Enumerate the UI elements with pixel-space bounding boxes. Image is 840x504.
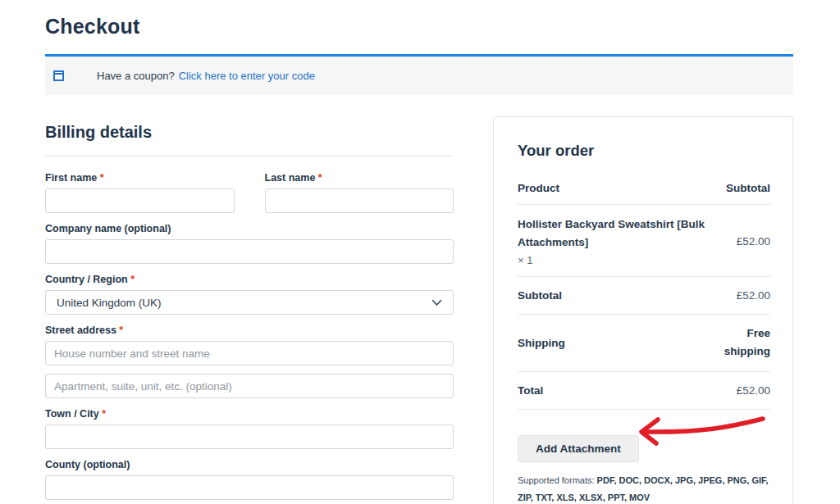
company-input[interactable]: [45, 239, 454, 264]
add-attachment-button[interactable]: Add Attachment: [518, 435, 639, 462]
county-field: County (optional): [45, 459, 454, 500]
city-label: Town / City *: [45, 408, 454, 420]
supported-formats-text: Supported formats: PDF, DOC, DOCX, JPG, …: [518, 472, 774, 504]
subtotal-label: Subtotal: [518, 289, 562, 302]
required-asterisk: *: [102, 408, 106, 420]
billing-details-section: Billing details First name * Last name *…: [45, 123, 454, 500]
required-asterisk: *: [119, 325, 123, 336]
total-label: Total: [518, 384, 543, 397]
order-item-price: £52.00: [737, 235, 770, 247]
first-name-input[interactable]: [45, 188, 235, 213]
required-asterisk: *: [100, 172, 104, 184]
page-title: Checkout: [45, 15, 140, 39]
street-address-label: Street address *: [45, 325, 454, 336]
subtotal-value: £52.00: [737, 289, 770, 302]
coupon-toggle-link[interactable]: Click here to enter your code: [179, 70, 315, 82]
total-value: £52.00: [737, 384, 770, 397]
checkout-page: Checkout Have a coupon? Click here to en…: [0, 0, 840, 504]
order-item-info: Hollister Backyard Sweatshirt [Bulk Atta…: [518, 216, 710, 266]
city-input[interactable]: [45, 425, 454, 449]
country-select[interactable]: United Kingdom (UK): [45, 290, 454, 315]
order-item-quantity: × 1: [518, 254, 710, 266]
subtotal-column-header: Subtotal: [726, 182, 770, 194]
country-label: Country / Region *: [45, 274, 454, 285]
last-name-field: Last name *: [265, 157, 454, 213]
county-input[interactable]: [45, 475, 454, 500]
product-column-header: Product: [518, 182, 559, 194]
street-address-field: Street address *: [45, 325, 454, 398]
last-name-input[interactable]: [265, 188, 454, 213]
chevron-down-icon: [431, 299, 442, 306]
coupon-notice-banner: Have a coupon? Click here to enter your …: [45, 54, 793, 95]
street-address-line1-input[interactable]: [45, 341, 454, 366]
subtotal-row: Subtotal £52.00: [518, 277, 770, 315]
street-address-line2-input[interactable]: [45, 374, 454, 398]
county-label: County (optional): [45, 459, 454, 470]
order-table-header: Product Subtotal: [518, 182, 770, 205]
order-item-row: Hollister Backyard Sweatshirt [Bulk Atta…: [518, 205, 770, 277]
billing-details-heading: Billing details: [45, 123, 454, 157]
total-row: Total £52.00: [518, 372, 770, 410]
order-heading: Your order: [518, 142, 770, 160]
required-asterisk: *: [130, 274, 135, 285]
coupon-text: Have a coupon?: [97, 70, 175, 82]
red-arrow-annotation-icon: [628, 407, 769, 447]
shipping-value: Free shipping: [718, 325, 770, 361]
shipping-row: Shipping Free shipping: [518, 315, 770, 372]
city-field: Town / City *: [45, 408, 454, 449]
required-asterisk: *: [318, 172, 322, 184]
company-field: Company name (optional): [45, 223, 454, 264]
country-selected-value: United Kingdom (UK): [57, 297, 162, 309]
shipping-label: Shipping: [518, 337, 565, 349]
last-name-label: Last name *: [265, 172, 454, 184]
order-item-name: Hollister Backyard Sweatshirt [Bulk Atta…: [518, 216, 710, 251]
country-field: Country / Region * United Kingdom (UK): [45, 274, 454, 315]
first-name-label: First name *: [45, 172, 235, 184]
coupon-window-icon: [53, 70, 64, 81]
first-name-field: First name *: [45, 157, 235, 213]
company-label: Company name (optional): [45, 223, 454, 234]
name-row: First name * Last name *: [45, 157, 454, 213]
